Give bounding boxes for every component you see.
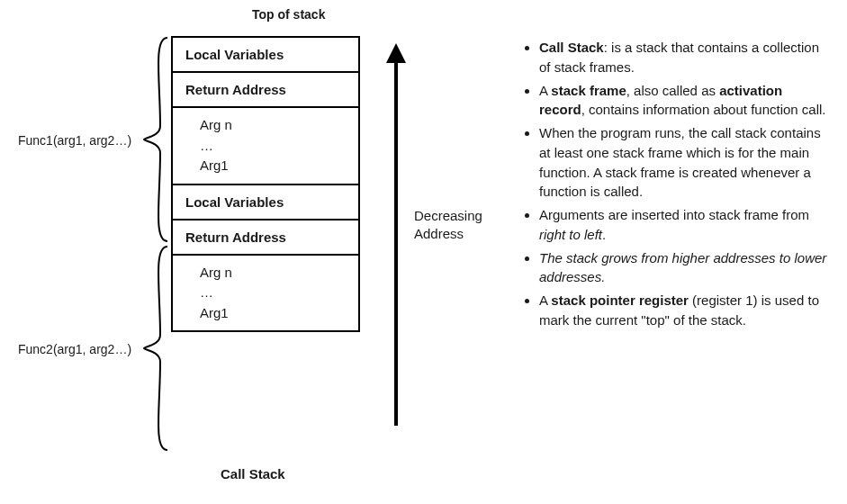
frame2-arg-n: Arg n [200, 263, 346, 284]
svg-marker-1 [386, 43, 406, 63]
frame1-args: Arg n … Arg1 [173, 108, 358, 185]
text-bold: stack frame [551, 83, 626, 98]
frame2-arg-1: Arg1 [200, 303, 346, 324]
bullet-call-stack: Call Stack: is a stack that contains a c… [539, 38, 828, 77]
bullet-stack-pointer: A stack pointer register (register 1) is… [539, 291, 828, 330]
bullet-main-frame: When the program runs, the call stack co… [539, 123, 828, 202]
frame1-arg-1: Arg1 [200, 156, 346, 176]
text-bold: Call Stack [539, 40, 604, 55]
text: Arguments are inserted into stack frame … [539, 207, 809, 222]
frame1-return-addr: Return Address [173, 73, 358, 108]
text: . [602, 227, 606, 242]
frame2-local-vars: Local Variables [173, 185, 358, 220]
arrow-label: Decreasing Address [414, 207, 482, 242]
text: , contains information about function ca… [581, 102, 826, 117]
text: , also called as [626, 83, 719, 98]
brace-func1-icon [142, 36, 169, 243]
arrow-label-line2: Address [414, 225, 482, 243]
text: A [539, 83, 551, 98]
diagram-canvas: Top of stack Local Variables Return Addr… [0, 0, 847, 504]
top-of-stack-label: Top of stack [252, 7, 325, 22]
frame1-ellipsis: … [200, 136, 346, 157]
call-stack-label: Call Stack [221, 466, 285, 482]
brace-func2-icon [142, 245, 169, 452]
call-stack-box: Local Variables Return Address Arg n … A… [171, 36, 360, 332]
text-italic: The stack grows from higher addresses to… [539, 250, 826, 285]
text-italic: right to left [539, 227, 602, 242]
text-bold: stack pointer register [551, 292, 689, 308]
frame2-args: Arg n … Arg1 [173, 256, 358, 333]
frame1-local-vars: Local Variables [173, 38, 358, 73]
func2-label: Func2(arg1, arg2…) [18, 342, 131, 356]
frame2-ellipsis: … [200, 283, 346, 303]
arrow-label-line1: Decreasing [414, 207, 482, 225]
bullet-args-order: Arguments are inserted into stack frame … [539, 205, 828, 245]
bullet-grows-direction: The stack grows from higher addresses to… [539, 248, 828, 288]
frame1-arg-n: Arg n [200, 115, 346, 136]
bullet-stack-frame: A stack frame, also called as activation… [539, 81, 828, 121]
description-bullets: Call Stack: is a stack that contains a c… [518, 38, 828, 334]
frame2-return-addr: Return Address [173, 220, 358, 256]
text: A [539, 292, 551, 308]
func1-label: Func1(arg1, arg2…) [18, 133, 131, 148]
decreasing-address-arrow-icon [383, 43, 410, 430]
